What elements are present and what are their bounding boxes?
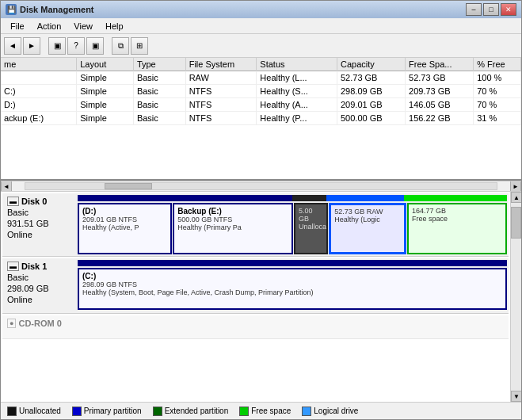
disk0-d-detail1: 209.01 GB NTFS [82,216,167,223]
legend-logical: Logical drive [302,407,358,416]
cell-free: 209.73 GB [406,85,474,98]
col-name[interactable]: me [1,58,77,71]
cell-free: 146.05 GB [406,98,474,112]
scroll-up-btn[interactable]: ▲ [511,192,521,203]
scroll-left-btn[interactable]: ◄ [1,181,12,192]
view-button[interactable]: ▣ [48,37,66,55]
disk0-e-detail2: Healthy (Primary Pa [177,223,288,231]
cdrom-row: ● CD-ROM 0 [2,315,509,339]
scroll-right-btn[interactable]: ► [510,181,521,192]
legend-free-swatch [239,407,249,416]
cell-name: ackup (E:) [1,112,77,125]
col-type[interactable]: Type [133,58,185,71]
col-pct[interactable]: % Free [474,58,521,71]
cell-fs: NTFS [185,112,257,125]
legend-extended: Extended partition [153,407,229,416]
horizontal-scrollbar[interactable]: ◄ ► [1,181,521,192]
disk-scrollable[interactable]: ▬ Disk 0 Basic 931.51 GB Online [1,192,510,402]
col-layout[interactable]: Layout [77,58,134,71]
cell-capacity: 500.00 GB [337,112,405,125]
cell-fs: NTFS [185,98,257,112]
cell-type: Basic [133,98,185,112]
legend-primary-swatch [72,407,82,416]
disk0-row: ▬ Disk 0 Basic 931.51 GB Online [2,193,509,257]
legend-unallocated-label: Unallocated [19,407,61,415]
d-bar-5 [404,195,507,201]
scroll-v-track[interactable] [511,203,521,391]
menu-action[interactable]: Action [31,20,68,32]
scroll-thumb[interactable] [105,183,152,189]
disk0-colorbar [78,195,507,201]
forward-button[interactable]: ► [23,37,40,55]
cell-pct: 70 % [474,98,521,112]
legend-unallocated-swatch [7,407,17,416]
cell-capacity: 209.01 GB [337,98,405,112]
scroll-track[interactable] [25,182,497,190]
disk0-label: ▬ Disk 0 Basic 931.51 GB Online [2,193,78,256]
back-button[interactable]: ◄ [4,37,21,55]
cell-type: Basic [133,71,185,85]
title-bar-left: 💾 Disk Management [6,4,94,15]
vertical-scrollbar[interactable]: ▲ ▼ [510,192,521,402]
menu-file[interactable]: File [4,20,31,32]
refresh-button[interactable]: ⧉ [112,37,129,55]
disk0-unalloc-detail2: Unallocated [299,223,323,231]
col-free[interactable]: Free Spa... [406,58,474,71]
menu-view[interactable]: View [67,20,99,32]
disk0-e-detail1: 500.00 GB NTFS [177,216,288,223]
cell-layout: Simple [77,71,134,85]
cell-status: Healthy (L... [257,71,337,85]
disk1-c-detail1: 298.09 GB NTFS [82,281,502,288]
disk1-part-c[interactable]: (C:) 298.09 GB NTFS Healthy (System, Boo… [78,268,507,310]
col-fs[interactable]: File System [185,58,257,71]
cell-status: Healthy (A... [257,98,337,112]
disk0-d-detail2: Healthy (Active, P [82,223,167,231]
cell-type: Basic [133,85,185,98]
col-capacity[interactable]: Capacity [337,58,405,71]
app-icon: 💾 [6,4,17,15]
properties-button[interactable]: ▣ [86,37,104,55]
maximize-button[interactable]: □ [483,3,499,16]
table-row[interactable]: Simple Basic RAW Healthy (L... 52.73 GB … [1,71,521,85]
cell-name [1,71,77,85]
table-row[interactable]: D:) Simple Basic NTFS Healthy (A... 209.… [1,98,521,112]
disk0-part-unalloc[interactable]: 5.00 GB Unallocated [294,203,328,254]
cell-free: 52.73 GB [406,71,474,85]
disk0-partitions: (D:) 209.01 GB NTFS Healthy (Active, P B… [78,193,509,256]
cell-capacity: 52.73 GB [337,71,405,85]
cell-layout: Simple [77,112,134,125]
table-row[interactable]: ackup (E:) Simple Basic NTFS Healthy (P.… [1,112,521,125]
disk1-type: Basic [7,273,73,282]
disk0-part-raw[interactable]: 52.73 GB RAW Healthy (Logic [329,203,406,254]
cell-capacity: 298.09 GB [337,85,405,98]
disk1-row: ▬ Disk 1 Basic 298.09 GB Online [2,258,509,314]
menu-help[interactable]: Help [99,20,130,32]
disk0-part-e[interactable]: Backup (E:) 500.00 GB NTFS Healthy (Prim… [173,203,293,254]
legend-extended-swatch [153,407,162,416]
legend-logical-swatch [302,407,311,416]
help-button[interactable]: ? [67,37,85,55]
table-row[interactable]: C:) Simple Basic NTFS Healthy (S... 298.… [1,85,521,98]
disk0-status: Online [7,230,73,239]
disk0-part-free[interactable]: 164.77 GB Free space [407,203,507,254]
d-bar-1 [78,195,172,201]
disk0-part-d[interactable]: (D:) 209.01 GB NTFS Healthy (Active, P [78,203,172,254]
disk1-label: ▬ Disk 1 Basic 298.09 GB Online [2,258,78,313]
disk1-partitions: (C:) 298.09 GB NTFS Healthy (System, Boo… [78,258,509,313]
grid-button[interactable]: ⊞ [131,37,148,55]
cdrom-partitions [78,315,509,338]
disk1-status: Online [7,295,73,304]
legend-primary-label: Primary partition [84,407,142,415]
main-content: me Layout Type File System Status Capaci… [1,58,521,419]
scroll-down-btn[interactable]: ▼ [511,391,521,402]
scroll-v-thumb[interactable] [511,207,521,239]
minimize-button[interactable]: – [466,3,482,16]
close-button[interactable]: ✕ [501,3,516,16]
cdrom-icon: ● [7,319,16,328]
legend-free: Free space [239,407,291,416]
col-status[interactable]: Status [257,58,337,71]
disk0-unalloc-detail1: 5.00 GB [299,207,323,223]
title-controls: – □ ✕ [466,3,516,16]
cell-type: Basic [133,112,185,125]
legend-bar: Unallocated Primary partition Extended p… [1,402,521,419]
